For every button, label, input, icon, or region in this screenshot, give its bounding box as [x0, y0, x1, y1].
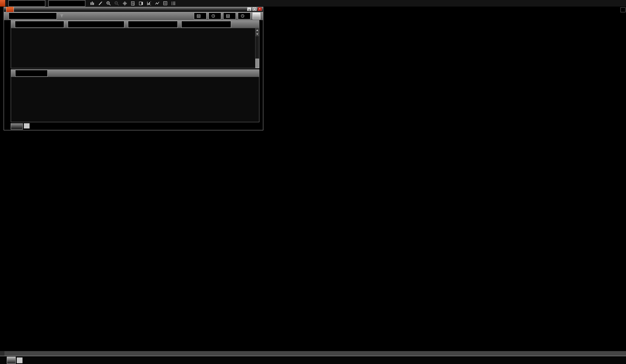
window-titlebar[interactable]: ✕ — [4, 7, 263, 11]
from-time-picker[interactable] — [209, 13, 221, 19]
maximize-icon — [253, 8, 256, 10]
report-icon[interactable] — [130, 1, 136, 6]
to-date-picker[interactable] — [223, 13, 236, 19]
tab-instrument[interactable] — [7, 357, 16, 364]
filter-toolbar — [11, 20, 259, 28]
close-button[interactable]: ✕ — [258, 7, 262, 11]
zoom-in-icon[interactable] — [106, 1, 111, 6]
trade-performance-window: ✕ — [4, 6, 263, 130]
zoom-out-icon[interactable] — [114, 1, 120, 6]
performance-table — [11, 28, 259, 68]
from-date-picker[interactable] — [194, 13, 206, 19]
table-scrollbar[interactable] — [255, 28, 259, 68]
horizontal-scrollbar[interactable] — [0, 351, 626, 356]
net-profit-chart — [11, 77, 259, 121]
add-chart-tab-button[interactable] — [17, 357, 23, 363]
list-icon[interactable] — [171, 1, 176, 6]
graph-type-selector[interactable] — [15, 70, 48, 77]
generate-button[interactable] — [253, 13, 260, 19]
scrollbar-thumb[interactable] — [255, 59, 259, 68]
graph-panel — [11, 69, 259, 122]
top-toolbar — [0, 0, 626, 7]
minimize-button[interactable] — [247, 7, 251, 11]
pencil-icon[interactable] — [98, 1, 103, 6]
minimize-icon — [248, 10, 250, 10]
scroll-left-arrow-icon[interactable] — [0, 351, 4, 356]
instrument-selector[interactable] — [8, 0, 45, 7]
interval-selector[interactable] — [48, 0, 85, 7]
analysis-panel — [11, 20, 259, 68]
period-selector[interactable] — [15, 21, 64, 28]
calendar-icon — [225, 13, 231, 19]
tab-report[interactable] — [11, 123, 23, 130]
scroll-up-icon[interactable] — [255, 28, 259, 32]
wl-selector[interactable] — [128, 21, 178, 28]
bars-icon[interactable] — [90, 1, 95, 6]
chart-trader-icon[interactable] — [138, 1, 144, 6]
window-controls: ✕ — [247, 7, 262, 11]
sheet-icon[interactable] — [163, 1, 168, 6]
report-tabs — [11, 123, 30, 130]
analyzer-icon[interactable] — [146, 1, 152, 6]
crosshair-icon[interactable] — [122, 1, 128, 6]
window-title[interactable] — [6, 6, 14, 12]
calendar-icon — [196, 13, 202, 19]
add-report-tab-button[interactable] — [24, 123, 30, 128]
timebase-selector[interactable] — [181, 21, 231, 28]
to-time-picker[interactable] — [238, 13, 250, 19]
chart-menu-button[interactable] — [0, 0, 5, 7]
indicator-icon[interactable] — [154, 1, 160, 6]
clock-icon — [210, 13, 216, 19]
maximize-button[interactable] — [252, 7, 257, 11]
longshort-selector[interactable] — [68, 21, 124, 28]
scroll-down-icon[interactable] — [255, 32, 259, 36]
filter-icon[interactable] — [59, 13, 65, 19]
display-toolbar — [4, 12, 263, 20]
clock-icon — [240, 13, 245, 19]
app-window: ✕ — [0, 0, 626, 364]
price-scale-mode-button[interactable] — [621, 7, 625, 12]
chart-tab-bar — [0, 356, 626, 364]
toolbar-icons — [90, 1, 176, 6]
graph-toolbar — [11, 70, 259, 77]
display-selector[interactable] — [9, 13, 57, 19]
